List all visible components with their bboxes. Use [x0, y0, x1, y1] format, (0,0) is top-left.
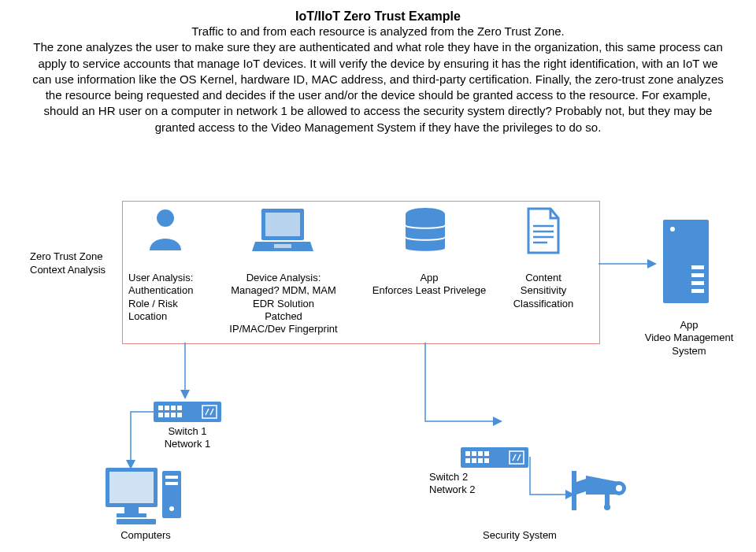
document-icon: [524, 207, 563, 256]
arrow-switch2-to-security: [526, 457, 576, 507]
svg-rect-17: [154, 402, 221, 422]
svg-rect-28: [109, 472, 154, 503]
security-label: Security System: [472, 529, 567, 542]
user-label: User Analysis: Authentication Role / Ris…: [128, 272, 207, 323]
svg-rect-39: [478, 451, 483, 456]
svg-rect-12: [691, 265, 704, 269]
user-icon: [146, 207, 185, 250]
server-icon: [662, 218, 710, 305]
computers-label: Computers: [118, 529, 173, 542]
computers-icon: [102, 465, 189, 526]
svg-rect-32: [165, 476, 178, 479]
switch-icon: [154, 402, 221, 422]
svg-rect-35: [117, 519, 156, 524]
arrow-switch1-to-computers: [117, 408, 159, 471]
svg-rect-23: [165, 413, 169, 417]
database-icon: [402, 207, 449, 254]
svg-rect-14: [691, 281, 704, 285]
svg-rect-43: [478, 458, 483, 463]
svg-rect-36: [461, 447, 528, 468]
svg-rect-41: [465, 458, 470, 463]
svg-rect-49: [605, 495, 610, 506]
arrow-to-switch1: [177, 343, 193, 399]
svg-rect-3: [274, 244, 291, 248]
switch1-label: Switch 1 Network 1: [156, 425, 219, 451]
svg-rect-38: [472, 451, 476, 456]
svg-rect-21: [177, 406, 182, 410]
svg-rect-46: [572, 471, 576, 510]
switch2-label: Switch 2 Network 2: [429, 471, 492, 497]
svg-rect-33: [165, 482, 178, 485]
svg-rect-25: [177, 413, 182, 417]
svg-point-34: [169, 506, 174, 511]
svg-rect-44: [484, 458, 489, 463]
svg-rect-19: [165, 406, 169, 410]
svg-rect-15: [691, 289, 704, 293]
svg-rect-2: [265, 213, 300, 236]
switch-icon: [461, 447, 528, 468]
svg-rect-30: [117, 513, 146, 517]
svg-point-48: [616, 485, 622, 491]
svg-point-0: [157, 209, 174, 227]
zone-side-label: Zero Trust Zone Context Analysis: [30, 250, 117, 277]
svg-rect-20: [171, 406, 176, 410]
svg-rect-13: [691, 273, 704, 277]
server-label: App Video Management System: [638, 319, 740, 358]
diagram-description: Traffic to and from each resource is ana…: [32, 24, 724, 135]
diagram-stage: IoT/IIoT Zero Trust Example Traffic to a…: [0, 0, 756, 552]
svg-point-11: [670, 227, 675, 232]
svg-rect-29: [124, 507, 139, 513]
content-label: Content Sensitivity Classification: [504, 272, 583, 310]
arrow-to-switch2: [417, 343, 504, 445]
svg-point-50: [604, 504, 610, 510]
diagram-title: IoT/IIoT Zero Trust Example: [0, 9, 756, 24]
app-label: App Enforces Least Privelege: [370, 272, 488, 298]
arrow-to-server: [598, 256, 658, 272]
security-camera-icon: [570, 468, 632, 515]
svg-rect-40: [484, 451, 489, 456]
device-label: Device Analysis: Managed? MDM, MAM EDR S…: [224, 272, 343, 335]
laptop-icon: [252, 207, 313, 254]
svg-rect-37: [465, 451, 470, 456]
svg-rect-42: [472, 458, 476, 463]
svg-rect-24: [171, 413, 176, 417]
